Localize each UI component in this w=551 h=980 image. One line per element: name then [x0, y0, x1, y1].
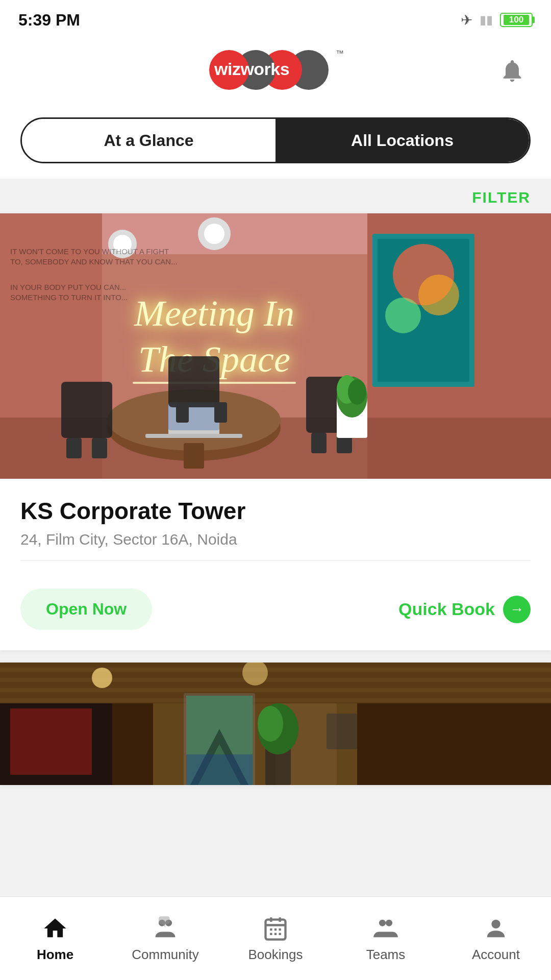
location-card-1: Meeting In The Space — [0, 213, 551, 650]
svg-rect-43 — [0, 678, 551, 682]
status-bar: 5:39 PM ✈ ▮▮ 100 — [0, 0, 551, 36]
svg-rect-17 — [168, 356, 219, 407]
view-toggle: At a Glance All Locations — [20, 117, 531, 163]
bell-icon — [499, 58, 525, 84]
svg-rect-16 — [92, 438, 107, 458]
lobby-illustration — [0, 663, 551, 785]
svg-point-78 — [379, 920, 386, 926]
svg-point-58 — [258, 706, 283, 742]
nav-label-account: Account — [472, 947, 520, 963]
toggle-section: At a Glance All Locations — [0, 107, 551, 179]
svg-rect-77 — [279, 933, 281, 935]
svg-rect-47 — [357, 703, 551, 785]
svg-text:SOMETHING TO TURN IT INTO...: SOMETHING TO TURN IT INTO... — [10, 293, 128, 302]
svg-rect-42 — [0, 668, 551, 672]
nav-label-teams: Teams — [366, 947, 406, 963]
status-time: 5:39 PM — [18, 11, 80, 30]
svg-text:TO, SOMEBODY AND KNOW THAT YOU: TO, SOMEBODY AND KNOW THAT YOU CAN... — [10, 257, 178, 266]
svg-rect-73 — [274, 928, 277, 930]
svg-point-80 — [491, 920, 500, 928]
status-icons: ✈ ▮▮ 100 — [461, 12, 533, 29]
location-card-2 — [0, 663, 551, 785]
svg-rect-63 — [327, 714, 357, 749]
svg-rect-72 — [270, 928, 272, 930]
nav-label-community: Community — [132, 947, 198, 963]
header: wizworks ™ — [0, 36, 551, 107]
bookings-icon — [261, 914, 290, 943]
card-image-2 — [0, 663, 551, 785]
card-body-1: KS Corporate Tower 24, Film City, Sector… — [0, 479, 551, 589]
nav-item-bookings[interactable]: Bookings — [220, 906, 331, 971]
card-actions-1: Open Now Quick Book → — [0, 589, 551, 650]
card-address-1: 24, Film City, Sector 16A, Noida — [20, 531, 531, 548]
open-now-button[interactable]: Open Now — [20, 589, 152, 630]
nav-label-bookings: Bookings — [248, 947, 303, 963]
bottom-navigation: Home Community — [0, 896, 551, 980]
svg-point-30 — [204, 224, 224, 244]
account-icon — [482, 914, 510, 943]
svg-point-79 — [386, 920, 392, 926]
quick-book-button[interactable]: Quick Book → — [398, 596, 531, 623]
svg-text:IT WON'T COME TO YOU WITHOUT A: IT WON'T COME TO YOU WITHOUT A FIGHT — [10, 247, 169, 256]
svg-rect-13 — [145, 434, 242, 438]
svg-rect-75 — [270, 933, 272, 935]
filter-button[interactable]: FILTER — [472, 189, 531, 206]
svg-point-61 — [92, 668, 112, 688]
quick-book-label: Quick Book — [398, 599, 495, 619]
card-divider-1 — [20, 560, 531, 561]
svg-rect-10 — [184, 443, 204, 469]
filter-row: FILTER — [0, 179, 551, 213]
svg-rect-14 — [61, 382, 112, 438]
logo-text: wizworks — [214, 59, 289, 79]
svg-rect-66 — [159, 916, 170, 924]
content-area: FILTER Meeting In — [0, 179, 551, 881]
notification-bell-button[interactable] — [494, 53, 531, 91]
card-image-1: Meeting In The Space — [0, 213, 551, 479]
svg-rect-19 — [214, 402, 227, 423]
svg-rect-15 — [66, 438, 82, 458]
nav-item-community[interactable]: Community — [110, 906, 220, 971]
nav-item-home[interactable]: Home — [0, 906, 110, 971]
svg-point-38 — [418, 275, 459, 315]
nav-label-home: Home — [37, 947, 73, 963]
svg-rect-60 — [10, 708, 92, 775]
svg-point-26 — [348, 379, 366, 405]
community-icon — [151, 914, 180, 943]
all-locations-tab[interactable]: All Locations — [276, 119, 529, 162]
airplane-icon: ✈ — [461, 12, 472, 29]
app-logo: wizworks ™ — [209, 46, 342, 92]
battery-icon: 100 — [500, 13, 533, 27]
svg-point-39 — [385, 298, 421, 333]
nav-item-account[interactable]: Account — [441, 906, 551, 971]
nav-item-teams[interactable]: Teams — [331, 906, 441, 971]
svg-rect-54 — [186, 754, 253, 785]
svg-rect-44 — [0, 688, 551, 692]
card-title-1: KS Corporate Tower — [20, 497, 531, 525]
svg-text:IN YOUR BODY PUT YOU CAN...: IN YOUR BODY PUT YOU CAN... — [10, 283, 126, 291]
svg-rect-76 — [274, 933, 277, 935]
svg-rect-74 — [279, 928, 281, 930]
home-icon — [41, 914, 69, 943]
teams-icon — [371, 914, 400, 943]
svg-rect-18 — [176, 402, 189, 423]
signal-icon: ▮▮ — [480, 13, 493, 27]
logo-tm: ™ — [336, 49, 344, 58]
svg-rect-21 — [311, 433, 327, 453]
svg-text:Meeting In: Meeting In — [134, 293, 294, 334]
room-illustration: Meeting In The Space — [0, 213, 551, 479]
at-a-glance-tab[interactable]: At a Glance — [22, 119, 276, 162]
quick-book-arrow-icon: → — [503, 596, 531, 623]
svg-rect-45 — [0, 698, 551, 702]
